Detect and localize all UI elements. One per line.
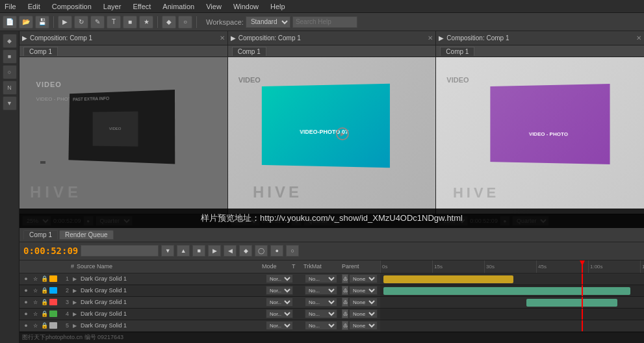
layer-mode-4[interactable]: Nor...: [266, 309, 293, 318]
parent-chain-2[interactable]: ♳: [342, 286, 348, 295]
layer-mode-3[interactable]: Nor...: [266, 298, 293, 307]
parent-chain-1[interactable]: ♳: [342, 274, 348, 283]
comp-close-3[interactable]: ✕: [636, 34, 641, 42]
layer-eye-4[interactable]: ●: [22, 311, 30, 317]
new-btn[interactable]: 📄: [3, 16, 17, 29]
playhead[interactable]: [582, 260, 583, 273]
sidebar-tool-5[interactable]: ▼: [3, 96, 17, 110]
sidebar-tool-3[interactable]: ○: [3, 65, 17, 79]
parent-select-2[interactable]: None: [349, 286, 378, 295]
comp-tab-label-3[interactable]: Comp 1: [440, 47, 474, 56]
layer-solo-3[interactable]: ☆: [31, 299, 39, 305]
tl-btn-8[interactable]: ●: [270, 245, 283, 257]
comp-viewport-2[interactable]: VIDEO VIDEO-PHOTO 07 ▶ HIVE: [228, 57, 436, 214]
trkmat-select-4[interactable]: No...: [305, 309, 337, 318]
layer-eye-3[interactable]: ●: [22, 299, 30, 305]
tl-btn-1[interactable]: ▼: [161, 245, 174, 257]
comp-close-1[interactable]: ✕: [220, 34, 225, 42]
layer-mode-5[interactable]: Nor...: [266, 321, 293, 330]
comp-tab-label-2[interactable]: Comp 1: [232, 47, 266, 56]
timeline-search[interactable]: [81, 245, 159, 257]
layer-mode-2[interactable]: Nor...: [266, 286, 293, 295]
toolbar-sep1: [53, 16, 54, 28]
track-row-3[interactable]: [380, 297, 644, 309]
trkmat-select-5[interactable]: No...: [305, 321, 337, 330]
sidebar-tool-2[interactable]: ■: [3, 49, 17, 64]
camera-tool[interactable]: ◆: [162, 16, 176, 29]
track-row-2[interactable]: [380, 285, 644, 297]
track-row-4[interactable]: [380, 309, 644, 320]
layer-eye-1[interactable]: ●: [22, 275, 30, 282]
selection-tool[interactable]: ▶: [58, 16, 72, 29]
sidebar-tool-1[interactable]: ◆: [3, 34, 17, 48]
menu-composition[interactable]: Composition: [50, 3, 94, 10]
layer-eye-5[interactable]: ●: [22, 322, 30, 329]
parent-chain-3[interactable]: ♳: [342, 298, 348, 307]
comp-viewport-1[interactable]: VIDEO VIDEO - PHOTO PAST EXTRA INFO VIDE…: [19, 57, 227, 214]
comp-tab-label-1[interactable]: Comp 1: [23, 47, 58, 56]
parent-select-5[interactable]: None: [349, 321, 378, 330]
layer-lock-3[interactable]: 🔒: [40, 299, 48, 305]
comp-close-2[interactable]: ✕: [428, 34, 433, 42]
timeline-timecode[interactable]: 0:00:52:09: [23, 246, 78, 256]
menu-edit[interactable]: Edit: [26, 3, 42, 10]
menu-help[interactable]: Help: [268, 3, 287, 10]
layer-expand-3[interactable]: ▶: [70, 299, 79, 305]
layer-expand-1[interactable]: ▶: [70, 276, 79, 282]
rotate-tool[interactable]: ↻: [74, 16, 88, 29]
workspace-select[interactable]: Standard: [246, 16, 290, 28]
tl-btn-5[interactable]: ◀: [224, 245, 237, 257]
tl-btn-7[interactable]: ◯: [255, 245, 268, 257]
tl-btn-4[interactable]: ▶: [208, 245, 221, 257]
parent-select-1[interactable]: None: [349, 274, 378, 283]
save-btn[interactable]: 💾: [35, 16, 49, 29]
layer-solo-1[interactable]: ☆: [31, 276, 39, 282]
pen-tool[interactable]: ✎: [90, 16, 105, 29]
layer-lock-1[interactable]: 🔒: [40, 275, 48, 282]
parent-chain-4[interactable]: ♳: [342, 309, 348, 318]
layer-solo-5[interactable]: ☆: [31, 323, 39, 329]
search-help-input[interactable]: [292, 16, 357, 28]
layer-expand-5[interactable]: ▶: [70, 323, 79, 329]
layer-lock-5[interactable]: 🔒: [40, 322, 48, 329]
tl-btn-2[interactable]: ▲: [177, 245, 190, 257]
layer-solo-4[interactable]: ☆: [31, 311, 39, 317]
tl-btn-6[interactable]: ◆: [239, 245, 252, 257]
menu-animation[interactable]: Animation: [161, 3, 196, 10]
menu-file[interactable]: File: [3, 3, 18, 10]
menu-layer[interactable]: Layer: [101, 3, 123, 10]
sidebar-tool-4[interactable]: N: [3, 81, 17, 95]
menu-effect[interactable]: Effect: [131, 3, 153, 10]
trkmat-select-3[interactable]: No...: [305, 298, 337, 307]
layer-lock-2[interactable]: 🔒: [40, 287, 48, 294]
timeline-tracks[interactable]: 0s 15s 30s 45s 1:00s 1:15s 1:30s: [380, 260, 644, 332]
parent-chain-5[interactable]: ♳: [342, 321, 348, 330]
brush-tool[interactable]: ★: [139, 16, 153, 29]
trkmat-select-2[interactable]: No...: [305, 286, 337, 295]
shape-tool[interactable]: ■: [123, 16, 137, 29]
layer-eye-2[interactable]: ●: [22, 287, 30, 294]
layer-solo-2[interactable]: ☆: [31, 288, 39, 294]
layer-expand-2[interactable]: ▶: [70, 288, 79, 294]
panel3-hive-text: HIVE: [453, 184, 499, 201]
parent-select-4[interactable]: None: [349, 309, 378, 318]
tl-btn-9[interactable]: ○: [286, 245, 299, 257]
tl-btn-3[interactable]: ■: [192, 245, 205, 257]
track-row-1[interactable]: [380, 273, 644, 285]
layer-expand-4[interactable]: ▶: [70, 311, 79, 317]
trkmat-select-1[interactable]: No...: [305, 274, 337, 283]
open-btn[interactable]: 📂: [19, 16, 33, 29]
header-trkmat: TrkMat: [303, 263, 339, 270]
light-tool[interactable]: ○: [178, 16, 192, 29]
menu-view[interactable]: View: [204, 3, 224, 10]
comp-viewport-3[interactable]: VIDEO VIDEO - PHOTO HIVE: [436, 57, 644, 214]
layer-lock-4[interactable]: 🔒: [40, 311, 48, 317]
menu-window[interactable]: Window: [231, 3, 261, 10]
track-row-5[interactable]: [380, 320, 644, 332]
parent-select-3[interactable]: None: [349, 298, 378, 307]
timeline-tab-render[interactable]: Render Queue: [59, 230, 114, 240]
text-tool[interactable]: T: [107, 16, 121, 29]
layer-name-2: Dark Gray Solid 1: [81, 287, 264, 294]
layer-mode-1[interactable]: Nor...: [266, 274, 293, 283]
timeline-tab-comp[interactable]: Comp 1: [23, 230, 58, 240]
